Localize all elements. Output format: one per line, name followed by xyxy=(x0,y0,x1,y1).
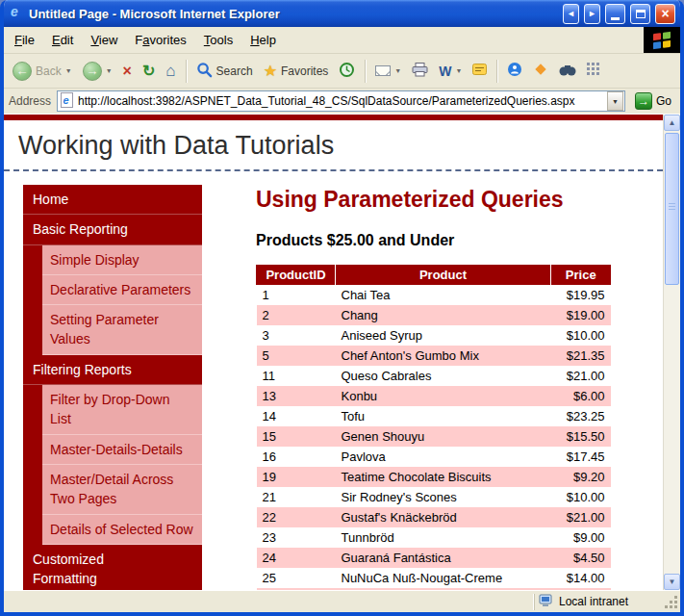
media-icon xyxy=(533,62,548,80)
print-button[interactable] xyxy=(407,60,433,83)
forward-button[interactable]: → ▼ xyxy=(78,59,117,84)
search-label: Search xyxy=(216,64,253,78)
refresh-button[interactable]: ↻ xyxy=(138,59,160,83)
favorites-button[interactable]: ★ Favorites xyxy=(259,59,334,83)
sidebar-section-home[interactable]: Home xyxy=(23,185,202,215)
table-cell: Pavlova xyxy=(336,447,551,467)
sidebar-item-master-details-details[interactable]: Master-Details-Details xyxy=(23,435,202,465)
menu-file[interactable]: File xyxy=(6,28,43,52)
discuss-button[interactable] xyxy=(468,61,492,82)
forward-icon: → xyxy=(83,62,102,81)
sidebar-item-simple-display[interactable]: Simple Display xyxy=(23,245,202,275)
address-url: http://localhost:3982/ASPNET_Data_Tutori… xyxy=(78,94,603,108)
edit-with-word-button[interactable]: W ▼ xyxy=(434,61,467,82)
indent-strip xyxy=(23,515,42,545)
sidebar-item-details-of-selected-row[interactable]: Details of Selected Row xyxy=(23,515,202,545)
go-label: Go xyxy=(656,94,671,108)
sidebar-item-declarative-parameters[interactable]: Declarative Parameters xyxy=(23,275,202,305)
browser-window: e Untitled Page - Microsoft Internet Exp… xyxy=(0,0,684,616)
table-cell: 19 xyxy=(257,467,336,487)
table-row: 21Sir Rodney's Scones$10.00 xyxy=(257,487,611,507)
sidebar-section-basic-reporting[interactable]: Basic Reporting xyxy=(23,215,202,244)
main-content: Using Parameterized Queries Products $25… xyxy=(202,185,663,590)
table-cell: 14 xyxy=(257,406,336,426)
home-icon: ⌂ xyxy=(165,62,175,81)
menu-view[interactable]: View xyxy=(82,28,126,52)
table-row: 5Chef Anton's Gumbo Mix$21.35 xyxy=(257,346,611,366)
products-table-body: 1Chai Tea$19.952Chang$19.003Aniseed Syru… xyxy=(257,285,611,590)
maximize-button[interactable] xyxy=(630,4,650,24)
table-cell: 22 xyxy=(257,507,336,527)
mail-button[interactable]: ▼ xyxy=(370,63,406,79)
research-button[interactable] xyxy=(554,61,581,82)
sidebar-item-label: Setting Parameter Values xyxy=(42,305,202,355)
address-input[interactable]: e http://localhost:3982/ASPNET_Data_Tuto… xyxy=(57,90,625,112)
column-header-productid: ProductID xyxy=(257,265,336,285)
sidebar-item-setting-parameter-values[interactable]: Setting Parameter Values xyxy=(23,305,202,355)
stop-button[interactable]: × xyxy=(118,60,137,83)
table-row: 25NuNuCa Nuß-Nougat-Creme$14.00 xyxy=(257,568,611,588)
sidebar-item-label: Filter by Drop-Down List xyxy=(42,385,202,435)
vertical-scrollbar[interactable]: ▲ ▼ xyxy=(663,115,680,590)
page-subheading: Products $25.00 and Under xyxy=(256,232,663,249)
titlebar-extra-right-button[interactable]: ► xyxy=(584,4,600,24)
home-button[interactable]: ⌂ xyxy=(161,59,180,84)
table-cell: 11 xyxy=(257,366,336,386)
sidebar-item-label: Master/Detail Across Two Pages xyxy=(42,465,202,515)
sidebar-item-label: Master-Details-Details xyxy=(42,435,202,465)
table-cell: Chef Anton's Gumbo Mix xyxy=(336,346,551,366)
table-cell: Chang xyxy=(336,305,551,325)
column-header-product: Product xyxy=(336,265,551,285)
menu-edit[interactable]: Edit xyxy=(43,28,82,52)
menu-tools[interactable]: Tools xyxy=(195,28,241,52)
sidebar-section-customized-formatting[interactable]: Customized Formatting xyxy=(23,545,202,590)
svg-text:e: e xyxy=(63,94,69,106)
menu-help[interactable]: Help xyxy=(241,28,285,52)
table-cell: 3 xyxy=(257,325,336,346)
scroll-up-icon[interactable]: ▲ xyxy=(664,115,680,131)
minimize-button[interactable] xyxy=(605,4,625,24)
titlebar-extra-left-button[interactable]: ◄ xyxy=(563,4,579,24)
browser-viewport: Working with Data Tutorials HomeBasic Re… xyxy=(4,115,680,590)
table-row: 1Chai Tea$19.95 xyxy=(257,285,611,305)
binoculars-icon xyxy=(559,64,576,79)
scrollbar-thumb[interactable] xyxy=(665,133,679,285)
go-button[interactable]: → Go xyxy=(631,91,675,111)
security-zone-panel: Local intranet xyxy=(534,594,661,610)
media-button[interactable] xyxy=(528,59,553,83)
table-cell: 1 xyxy=(257,285,336,305)
menu-favorites[interactable]: Favorites xyxy=(126,28,194,52)
history-clock-icon xyxy=(339,62,355,81)
table-cell: Genen Shouyu xyxy=(336,426,551,447)
table-cell: $6.00 xyxy=(551,386,611,406)
tools-grid-button[interactable] xyxy=(582,60,605,82)
site-title: Working with Data Tutorials xyxy=(4,120,663,171)
indent-strip xyxy=(23,275,42,305)
favorites-star-icon: ★ xyxy=(264,62,277,80)
go-arrow-icon: → xyxy=(635,92,652,110)
table-cell: $23.25 xyxy=(551,406,611,426)
resize-grip[interactable] xyxy=(664,594,678,609)
table-cell: 5 xyxy=(257,346,336,366)
close-button[interactable]: × xyxy=(655,4,675,24)
sidebar-item-master-detail-across-two-pages[interactable]: Master/Detail Across Two Pages xyxy=(23,465,202,515)
sidebar-item-filter-by-drop-down-list[interactable]: Filter by Drop-Down List xyxy=(23,385,202,435)
table-cell: Sir Rodney's Scones xyxy=(336,487,551,507)
table-row: 19Teatime Chocolate Biscuits$9.20 xyxy=(257,467,611,487)
refresh-icon: ↻ xyxy=(142,62,155,80)
indent-strip xyxy=(23,245,42,275)
back-button[interactable]: ← Back ▼ xyxy=(8,59,77,84)
history-button[interactable] xyxy=(334,59,360,84)
intranet-icon xyxy=(539,594,554,610)
sidebar-section-filtering-reports[interactable]: Filtering Reports xyxy=(23,355,202,385)
table-cell: 23 xyxy=(257,527,336,548)
table-row: 11Queso Cabrales$21.00 xyxy=(257,366,611,386)
table-cell: Konbu xyxy=(336,386,551,406)
scroll-down-icon[interactable]: ▼ xyxy=(664,574,680,590)
title-bar[interactable]: e Untitled Page - Microsoft Internet Exp… xyxy=(4,0,680,27)
forward-dropdown-icon: ▼ xyxy=(106,67,113,74)
messenger-button[interactable] xyxy=(502,59,527,83)
address-dropdown-button[interactable]: ▼ xyxy=(607,91,623,111)
search-button[interactable]: Search xyxy=(191,59,258,84)
mail-dropdown-icon: ▼ xyxy=(394,67,401,74)
